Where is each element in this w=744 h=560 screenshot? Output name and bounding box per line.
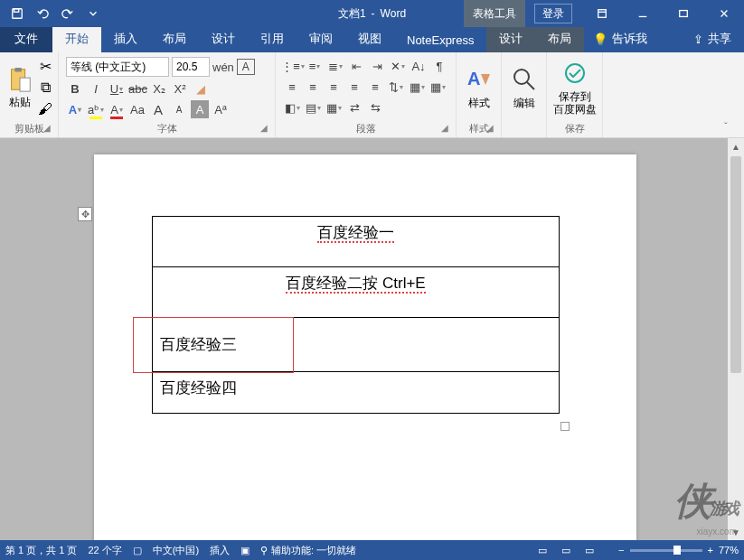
asian-layout-button[interactable]: ✕▾: [389, 57, 407, 75]
tab-design[interactable]: 设计: [199, 25, 248, 52]
find-button[interactable]: 编辑: [505, 54, 542, 122]
table-cell-4[interactable]: 百度经验四: [153, 372, 560, 414]
cut-button[interactable]: ✂: [36, 58, 54, 76]
page[interactable]: ✥ 百度经验一 百度经验二按 Ctrl+E 百度经验三 百度经验四: [94, 154, 636, 540]
tab-home[interactable]: 开始: [52, 25, 101, 52]
tab-insert[interactable]: 插入: [101, 25, 150, 52]
subscript-button[interactable]: X₂: [150, 79, 168, 98]
document-area[interactable]: ✥ 百度经验一 百度经验二按 Ctrl+E 百度经验三 百度经验四: [0, 138, 744, 540]
tab-table-design[interactable]: 设计: [486, 25, 535, 52]
print-layout-button[interactable]: ▭: [555, 542, 577, 558]
shading-color-button[interactable]: ◧▾: [283, 98, 301, 117]
page-indicator[interactable]: 第 1 页，共 1 页: [5, 544, 77, 557]
undo-button[interactable]: [31, 2, 54, 25]
align-right-button[interactable]: ≡: [325, 78, 343, 96]
distribute-button[interactable]: ≡: [366, 78, 384, 96]
spellcheck-icon[interactable]: ▢: [133, 545, 142, 556]
styles-launcher[interactable]: ◢: [485, 123, 495, 134]
italic-button[interactable]: I: [87, 79, 105, 98]
table[interactable]: 百度经验一 百度经验二按 Ctrl+E 百度经验三 百度经验四: [152, 216, 560, 414]
scroll-thumb[interactable]: [730, 156, 741, 373]
collapse-ribbon-button[interactable]: ˇ: [724, 121, 739, 135]
table-cell-3[interactable]: 百度经验三: [153, 318, 560, 372]
tab-review[interactable]: 审阅: [297, 25, 345, 52]
tell-me[interactable]: 💡告诉我: [584, 25, 656, 52]
underline-button[interactable]: U▾: [108, 79, 126, 98]
show-marks-button[interactable]: ¶: [430, 57, 448, 75]
highlight-button[interactable]: aᵇ▾: [87, 100, 105, 118]
font-color-button[interactable]: A▾: [108, 100, 126, 118]
tab-noteexpress[interactable]: NoteExpress: [394, 28, 486, 52]
close-button[interactable]: [703, 0, 744, 27]
sort-button[interactable]: A↓: [410, 57, 428, 75]
paste-button[interactable]: 粘贴: [4, 54, 36, 122]
indent-button[interactable]: ⇆: [366, 98, 384, 117]
word-count[interactable]: 22 个字: [88, 544, 121, 557]
save-button[interactable]: [5, 2, 29, 25]
accessibility-status[interactable]: ⚲辅助功能: 一切就绪: [260, 544, 356, 557]
table-cell-2[interactable]: 百度经验二按 Ctrl+E: [153, 267, 560, 318]
decrease-indent-button[interactable]: ⇤: [347, 57, 365, 75]
clear-format-button[interactable]: ◢: [192, 79, 210, 98]
read-mode-button[interactable]: ▭: [532, 542, 553, 558]
tab-layout[interactable]: 布局: [150, 25, 199, 52]
shading-button[interactable]: ▦▾: [408, 78, 426, 96]
change-case-button[interactable]: Aa: [128, 100, 146, 118]
border-style-button[interactable]: ▤▾: [304, 98, 322, 117]
tab-table-layout[interactable]: 布局: [535, 25, 584, 52]
language-indicator[interactable]: 中文(中国): [153, 544, 199, 557]
zoom-level[interactable]: 77%: [719, 545, 739, 555]
zoom-slider[interactable]: [630, 549, 702, 552]
line-spacing-button[interactable]: ⇅▾: [387, 78, 405, 96]
table-move-handle[interactable]: ✥: [78, 207, 92, 221]
format-painter-button[interactable]: 🖌: [36, 100, 54, 118]
styles-button[interactable]: A 样式: [460, 54, 497, 122]
redo-button[interactable]: [56, 2, 80, 25]
web-layout-button[interactable]: ▭: [579, 542, 600, 558]
superscript-button[interactable]: X²: [171, 79, 189, 98]
tab-view[interactable]: 视图: [345, 25, 394, 52]
char-shading-button[interactable]: A: [191, 100, 209, 118]
enclose-char-button[interactable]: Aª: [212, 100, 230, 118]
text-direction-button[interactable]: ⇄: [345, 98, 363, 117]
copy-button[interactable]: ⧉: [36, 79, 54, 97]
ribbon-options-button[interactable]: [581, 0, 622, 27]
align-left-button[interactable]: ≡: [283, 78, 301, 96]
qat-customize[interactable]: [81, 2, 105, 25]
insert-mode[interactable]: 插入: [210, 544, 230, 557]
maximize-button[interactable]: [663, 0, 703, 27]
numbering-button[interactable]: ≡▾: [306, 57, 324, 75]
tab-file[interactable]: 文件: [0, 25, 52, 52]
char-border-button[interactable]: A: [237, 59, 255, 75]
borders-button[interactable]: ▦▾: [429, 78, 447, 96]
zoom-out-button[interactable]: −: [618, 545, 624, 555]
zoom-in-button[interactable]: +: [708, 545, 713, 555]
cell-align-button[interactable]: ▦▾: [325, 98, 343, 117]
paragraph-launcher[interactable]: ◢: [439, 123, 450, 134]
table-resize-handle[interactable]: [560, 422, 570, 431]
font-size-select[interactable]: 20.5: [172, 57, 210, 77]
scroll-down-button[interactable]: ▼: [728, 524, 744, 540]
macro-icon[interactable]: ▣: [240, 545, 250, 556]
vertical-scrollbar[interactable]: ▲ ▼: [728, 138, 744, 540]
grow-font-button[interactable]: A: [149, 100, 167, 118]
font-name-select[interactable]: 等线 (中文正文): [66, 57, 169, 77]
multilevel-button[interactable]: ≣▾: [326, 57, 344, 75]
phonetic-guide-button[interactable]: wén: [212, 58, 234, 76]
save-to-baidu-button[interactable]: 保存到百度网盘: [551, 54, 598, 122]
bold-button[interactable]: B: [66, 79, 84, 98]
share-button[interactable]: ⇪共享: [681, 25, 744, 52]
login-button[interactable]: 登录: [534, 4, 572, 23]
scroll-up-button[interactable]: ▲: [728, 138, 744, 154]
text-effects-button[interactable]: A▾: [66, 100, 84, 118]
font-launcher[interactable]: ◢: [259, 123, 269, 134]
align-center-button[interactable]: ≡: [304, 78, 322, 96]
justify-button[interactable]: ≡: [345, 78, 363, 96]
strikethrough-button[interactable]: abc: [128, 79, 147, 98]
bullets-button[interactable]: ⋮≡▾: [283, 57, 303, 75]
clipboard-launcher[interactable]: ◢: [42, 123, 52, 134]
minimize-button[interactable]: [622, 0, 663, 27]
shrink-font-button[interactable]: A: [170, 100, 188, 118]
tab-references[interactable]: 引用: [248, 25, 297, 52]
increase-indent-button[interactable]: ⇥: [368, 57, 386, 75]
